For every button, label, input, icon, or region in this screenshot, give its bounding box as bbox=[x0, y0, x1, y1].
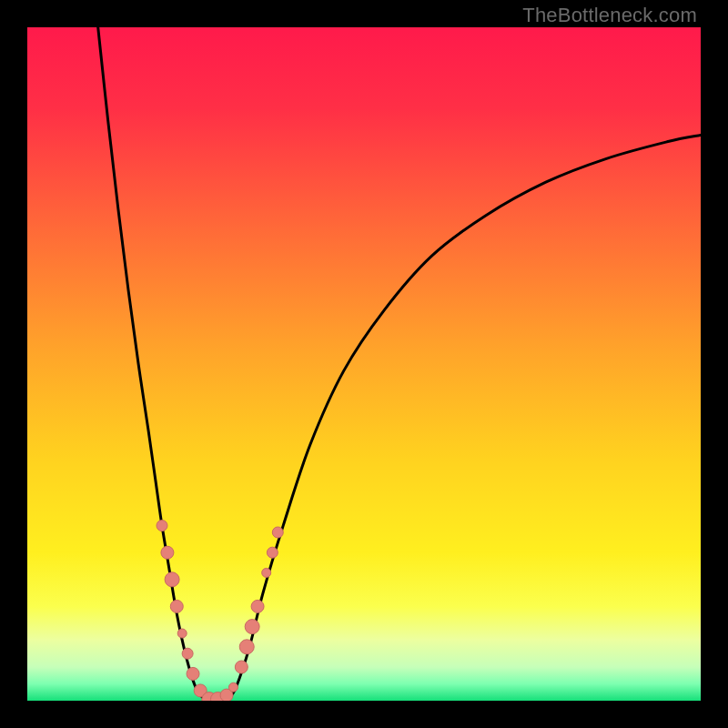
watermark-text: TheBottleneck.com bbox=[522, 4, 697, 27]
marker-point bbox=[187, 667, 199, 680]
marker-point bbox=[157, 521, 167, 531]
markers-group bbox=[157, 521, 283, 701]
marker-point bbox=[228, 682, 238, 692]
curve-layer bbox=[27, 27, 701, 701]
marker-point bbox=[245, 620, 259, 634]
marker-point bbox=[251, 600, 264, 612]
marker-point bbox=[170, 600, 183, 612]
marker-point bbox=[165, 572, 179, 587]
marker-point bbox=[182, 648, 193, 659]
plot-area bbox=[27, 27, 701, 701]
marker-point bbox=[161, 546, 174, 559]
marker-point bbox=[262, 568, 271, 577]
bottleneck-curve bbox=[98, 27, 701, 701]
marker-point bbox=[239, 640, 254, 654]
marker-point bbox=[267, 547, 278, 558]
outer-frame: TheBottleneck.com bbox=[0, 0, 728, 728]
marker-point bbox=[177, 629, 187, 638]
marker-point bbox=[235, 661, 248, 673]
marker-point bbox=[272, 527, 283, 538]
